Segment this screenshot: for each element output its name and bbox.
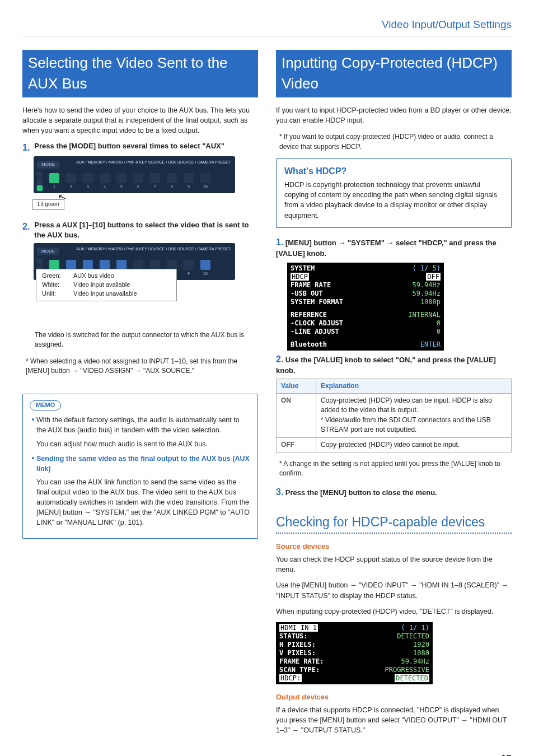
step-text: Use the [VALUE] knob to select "ON," and… <box>276 356 496 375</box>
left-column: Selecting the Video Sent to the AUX Bus … <box>22 50 258 741</box>
memo-link-heading: Sending the same video as the final outp… <box>36 455 250 473</box>
aux-button-strip: MODE AUX / MEMORY / MACRO / PinP & KEY S… <box>34 243 235 280</box>
left-step-2: 2. Press a AUX [1]–[10] buttons to selec… <box>22 220 258 241</box>
right-step-1: 1. [MENU] button → "SYSTEM" → select "HD… <box>276 236 512 259</box>
out-p: If a device that supports HDCP is connec… <box>276 705 512 735</box>
strip-caption: AUX / MEMORY / MACRO / PinP & KEY SOURCE… <box>76 246 231 252</box>
step-text: Press the [MENU] button to close the men… <box>285 488 437 497</box>
source-devices-heading: Source devices <box>276 542 512 552</box>
lit-green-callout: Lit green <box>32 199 64 210</box>
memo-label: MEMO <box>30 400 61 410</box>
src-p2: Use the [MENU] button → "VIDEO INPUT" → … <box>276 580 512 600</box>
step2-note: * When selecting a video not assigned to… <box>26 357 258 376</box>
step-text: Press a AUX [1]–[10] buttons to select t… <box>34 220 258 241</box>
output-devices-heading: Output devices <box>276 692 512 703</box>
step-number: 2. <box>276 354 283 364</box>
right-step-2: 2. Use the [VALUE] knob to select "ON," … <box>276 353 512 376</box>
right-intro-note: * If you want to output copy-protected (… <box>279 132 512 152</box>
step-number: 1. <box>276 237 283 247</box>
step-text: [MENU] button → "SYSTEM" → select "HDCP,… <box>276 239 496 258</box>
table-note: * A change in the setting is not applied… <box>279 459 512 479</box>
input-status-screenshot: HDMI IN 1( 1/ 1) STATUS:DETECTED H PIXEL… <box>276 622 433 684</box>
strip-caption: AUX / MEMORY / MACRO / PinP & KEY SOURCE… <box>76 160 231 165</box>
page-number: 15 <box>22 752 512 756</box>
mode-label: MODE <box>37 248 59 255</box>
step-number: 1. <box>22 141 30 154</box>
right-step-3: 3. Press the [MENU] button to close the … <box>276 486 512 498</box>
memo-item: Sending the same video as the final outp… <box>36 452 251 528</box>
src-p1: You can check the HDCP support status of… <box>276 554 512 575</box>
step2-subtext: The video is switched for the output con… <box>35 330 258 350</box>
hdcp-info-box: What's HDCP? HDCP is copyright-protectio… <box>276 158 512 228</box>
value-table: ValueExplanation ON Copy-protected (HDCP… <box>276 379 512 452</box>
left-intro: Here's how to send the video of your cho… <box>22 105 258 136</box>
right-intro: If you want to input HDCP-protected vide… <box>276 105 512 125</box>
step-number: 3. <box>276 487 283 497</box>
left-step-1: 1. Press the [MODE] button several times… <box>22 141 258 154</box>
src-p3: When inputting copy-protected (HDCP) vid… <box>276 606 512 617</box>
memo-box: MEMO With the default factory settings, … <box>22 394 258 538</box>
step-number: 2. <box>22 220 30 241</box>
step-text: Press the [MODE] button several times to… <box>34 141 224 154</box>
system-menu-screenshot: SYSTEM( 1/ 5) HDCPOFF FRAME RATE59.94Hz … <box>287 263 444 351</box>
info-body: HDCP is copyright-protection technology … <box>284 180 503 221</box>
mode-label: MODE <box>37 161 59 169</box>
right-title: Inputting Copy-Protected (HDCP) Video <box>276 50 512 97</box>
left-title: Selecting the Video Sent to the AUX Bus <box>22 50 258 97</box>
color-legend: Green:AUX bus video White:Video input av… <box>36 269 177 301</box>
memo-item: With the default factory settings, the a… <box>36 414 251 449</box>
mode-button-strip: MODE AUX / MEMORY / MACRO / PinP & KEY S… <box>34 156 235 193</box>
info-heading: What's HDCP? <box>284 165 503 178</box>
sub-heading: Checking for HDCP-capable devices <box>276 513 512 534</box>
right-column: Inputting Copy-Protected (HDCP) Video If… <box>276 50 512 741</box>
page-header: Video Input/Output Settings <box>22 17 512 36</box>
